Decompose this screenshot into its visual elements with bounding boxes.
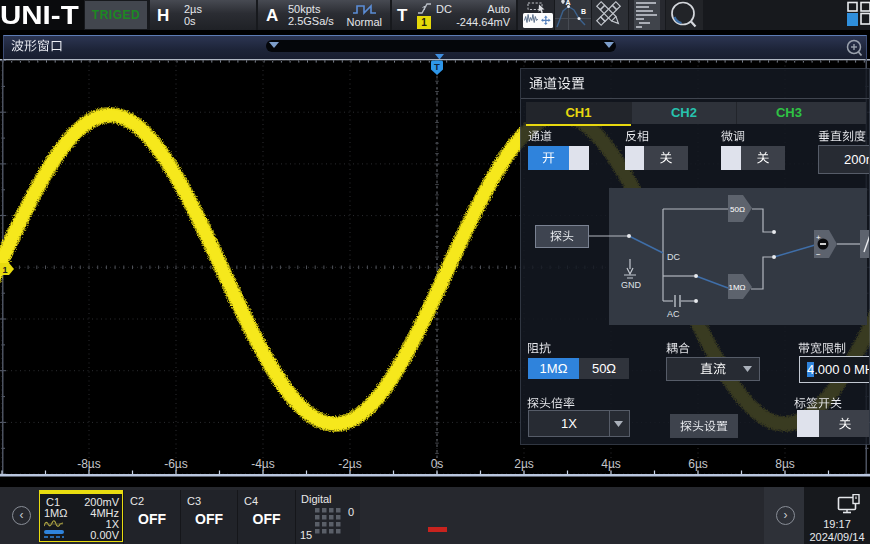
svg-text:B: B (581, 8, 586, 15)
svg-text:T: T (434, 61, 440, 72)
svg-text:A: A (566, 0, 571, 6)
svg-text:1: 1 (2, 265, 7, 275)
